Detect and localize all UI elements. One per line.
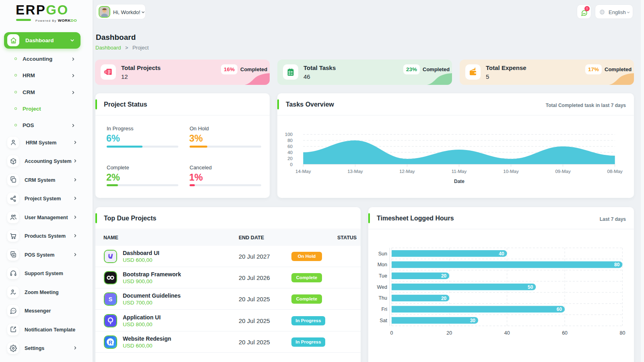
svg-text:20: 20 — [441, 296, 447, 301]
svg-text:R: R — [109, 339, 113, 345]
svg-text:13-May: 13-May — [347, 169, 363, 174]
svg-text:Sun: Sun — [378, 251, 387, 257]
svg-text:40: 40 — [499, 251, 504, 257]
svg-text:80: 80 — [614, 262, 620, 267]
svg-text:100: 100 — [285, 132, 293, 137]
svg-text:S: S — [109, 296, 112, 302]
svg-text:50: 50 — [528, 284, 533, 290]
svg-text:Wed: Wed — [377, 284, 388, 290]
svg-text:Date: Date — [454, 179, 464, 184]
svg-text:60: 60 — [557, 306, 562, 312]
svg-text:11-May: 11-May — [452, 169, 467, 174]
svg-text:0: 0 — [290, 162, 293, 167]
svg-text:0: 0 — [390, 330, 393, 336]
svg-text:10-May: 10-May — [503, 169, 519, 174]
svg-text:40: 40 — [287, 150, 293, 155]
svg-text:20: 20 — [446, 330, 452, 336]
svg-text:80: 80 — [619, 330, 625, 336]
svg-text:12-May: 12-May — [399, 169, 415, 174]
svg-text:09-May: 09-May — [555, 169, 571, 174]
svg-text:20: 20 — [441, 273, 447, 279]
svg-text:60: 60 — [287, 144, 293, 149]
svg-text:60: 60 — [562, 330, 568, 336]
svg-text:Thu: Thu — [378, 295, 387, 301]
svg-text:80: 80 — [287, 138, 293, 143]
svg-text:08-May: 08-May — [607, 169, 623, 174]
svg-text:Sat: Sat — [380, 318, 387, 323]
svg-text:20: 20 — [287, 156, 293, 161]
svg-text:30: 30 — [470, 318, 476, 323]
svg-text:Fri: Fri — [381, 306, 387, 312]
svg-text:Mon: Mon — [378, 262, 387, 267]
svg-text:14-May: 14-May — [295, 169, 311, 174]
svg-text:Tue: Tue — [379, 273, 387, 279]
svg-text:40: 40 — [504, 330, 510, 336]
